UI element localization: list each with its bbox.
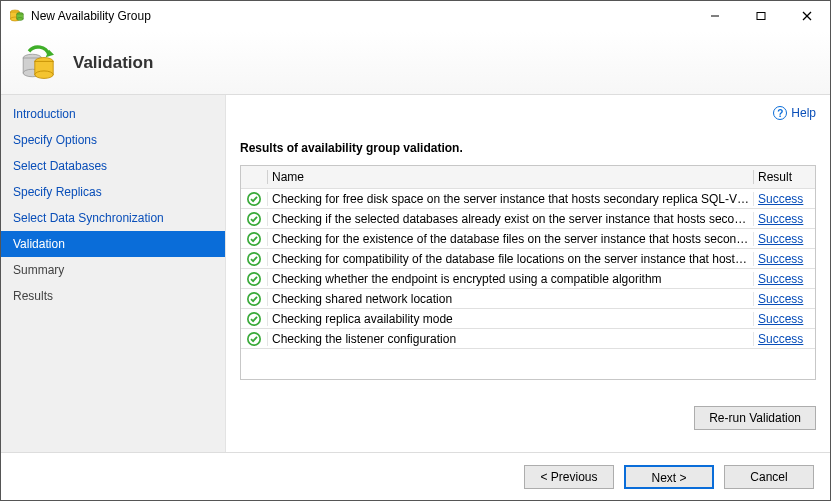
result-link[interactable]: Success [758,312,803,326]
window-title: New Availability Group [31,9,151,23]
close-button[interactable] [784,1,830,31]
check-name: Checking for free disk space on the serv… [267,192,753,206]
sidebar-item-select-databases[interactable]: Select Databases [1,153,225,179]
next-button[interactable]: Next > [624,465,714,489]
titlebar: New Availability Group [1,1,830,31]
check-name: Checking for the existence of the databa… [267,232,753,246]
grid-row[interactable]: Checking for compatibility of the databa… [241,249,815,269]
wizard-window: New Availability Group Validation [0,0,831,501]
rerun-validation-button[interactable]: Re-run Validation [694,406,816,430]
sidebar-item-validation[interactable]: Validation [1,231,225,257]
validation-subtitle: Results of availability group validation… [240,141,816,155]
sidebar-item-summary[interactable]: Summary [1,257,225,283]
check-name: Checking if the selected databases alrea… [267,212,753,226]
svg-point-5 [17,18,23,21]
result-link[interactable]: Success [758,252,803,266]
svg-point-15 [35,70,53,78]
check-name: Checking whether the endpoint is encrypt… [267,272,753,286]
col-header-result[interactable]: Result [753,170,815,184]
sidebar-item-results[interactable]: Results [1,283,225,309]
success-icon [246,231,262,247]
grid-row[interactable]: Checking for free disk space on the serv… [241,189,815,209]
success-icon [246,191,262,207]
validation-grid: Name Result Checking for free disk space… [240,165,816,380]
grid-row[interactable]: Checking replica availability mode Succe… [241,309,815,329]
svg-rect-7 [757,13,765,20]
result-link[interactable]: Success [758,192,803,206]
wizard-sidebar: Introduction Specify Options Select Data… [1,95,226,452]
sidebar-item-specify-options[interactable]: Specify Options [1,127,225,153]
maximize-button[interactable] [738,1,784,31]
success-icon [246,291,262,307]
success-icon [246,251,262,267]
success-icon [246,331,262,347]
result-link[interactable]: Success [758,232,803,246]
success-icon [246,211,262,227]
sidebar-item-select-data-sync[interactable]: Select Data Synchronization [1,205,225,231]
sidebar-item-specify-replicas[interactable]: Specify Replicas [1,179,225,205]
grid-row[interactable]: Checking the listener configuration Succ… [241,329,815,349]
help-icon: ? [773,106,787,120]
validation-icon [19,43,59,83]
result-link[interactable]: Success [758,272,803,286]
grid-header: Name Result [241,166,815,189]
app-icon [9,8,25,24]
minimize-button[interactable] [692,1,738,31]
help-link[interactable]: ? Help [773,106,816,120]
result-link[interactable]: Success [758,292,803,306]
wizard-footer: < Previous Next > Cancel [1,452,830,500]
wizard-main: ? Help Results of availability group val… [226,95,830,452]
success-icon [246,271,262,287]
col-header-name[interactable]: Name [267,170,753,184]
check-name: Checking the listener configuration [267,332,753,346]
grid-row[interactable]: Checking whether the endpoint is encrypt… [241,269,815,289]
success-icon [246,311,262,327]
result-link[interactable]: Success [758,332,803,346]
result-link[interactable]: Success [758,212,803,226]
check-name: Checking for compatibility of the databa… [267,252,753,266]
wizard-header: Validation [1,31,830,95]
wizard-body: Introduction Specify Options Select Data… [1,95,830,452]
grid-row[interactable]: Checking shared network location Success [241,289,815,309]
grid-row[interactable]: Checking for the existence of the databa… [241,229,815,249]
grid-row[interactable]: Checking if the selected databases alrea… [241,209,815,229]
previous-button[interactable]: < Previous [524,465,614,489]
help-label: Help [791,106,816,120]
check-name: Checking replica availability mode [267,312,753,326]
cancel-button[interactable]: Cancel [724,465,814,489]
check-name: Checking shared network location [267,292,753,306]
page-title: Validation [73,53,153,73]
sidebar-item-introduction[interactable]: Introduction [1,101,225,127]
grid-empty-area [241,349,815,379]
